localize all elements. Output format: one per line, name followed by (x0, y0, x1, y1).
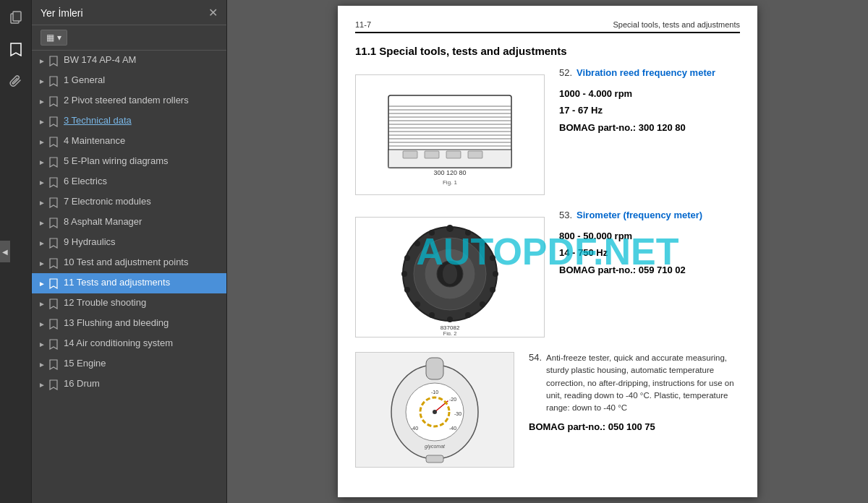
expand-btn-11tests[interactable]: ► (36, 278, 48, 289)
attachment-toolbar-icon[interactable] (4, 69, 27, 93)
section-title: 11.1 Special tools, tests and adjustment… (355, 45, 740, 57)
bookmark-icon-5eplan (48, 156, 59, 168)
svg-rect-16 (403, 151, 417, 158)
expand-btn-8asphalt[interactable]: ► (36, 217, 48, 228)
item-label-3technical: 3 Technical data (64, 115, 221, 127)
page-number: 11-7 (355, 20, 371, 29)
bookmark-icon-3technical (48, 116, 59, 127)
sidebar-title: Yer İmleri (41, 7, 83, 19)
sidebar-item-1general[interactable]: ►1 General (32, 71, 226, 91)
svg-point-26 (465, 230, 471, 236)
svg-point-38 (404, 255, 410, 261)
svg-point-54 (433, 410, 437, 414)
expand-btn-14air[interactable]: ► (36, 338, 48, 350)
item-54-desc: Anti-freeze tester, quick and accurate m… (546, 352, 740, 414)
item-54-number: 54. (529, 352, 542, 363)
sidebar-collapse-button[interactable]: ◀ (0, 241, 10, 262)
item-52-link[interactable]: Vibration reed frequency meter (576, 67, 715, 78)
expand-btn-10test[interactable]: ► (36, 257, 48, 269)
svg-point-36 (404, 287, 410, 293)
sidebar-item-12trouble[interactable]: ►12 Trouble shooting (32, 293, 226, 314)
expand-btn-5eplan[interactable]: ► (36, 156, 48, 168)
item-52-block: 300 120 80 Fig. 1 52. Vibration reed fre… (355, 67, 740, 202)
bookmark-icon-14air (48, 338, 59, 350)
item-label-1general: 1 General (64, 74, 221, 87)
expand-btn-4maintenance[interactable]: ► (36, 136, 48, 147)
expand-btn-16drum[interactable]: ► (36, 379, 48, 390)
sidebar-item-9hydraulics[interactable]: ►9 Hydraulics (32, 233, 226, 253)
device-1-svg: 300 120 80 Fig. 1 (367, 81, 533, 189)
sidebar-list[interactable]: ►BW 174 AP-4 AM►1 General►2 Pivot steere… (32, 51, 226, 503)
item-label-10test: 10 Test and adjustment points (64, 257, 221, 269)
sidebar-close-button[interactable]: ✕ (208, 7, 218, 19)
sidebar-item-16drum[interactable]: ►16 Drum (32, 374, 226, 395)
sidebar-item-10test[interactable]: ►10 Test and adjustment points (32, 253, 226, 273)
sidebar-item-5eplan[interactable]: ►5 E-Plan wiring diagrams (32, 152, 226, 172)
device-2-svg: 837082 Fig. 2 (367, 220, 533, 335)
bookmark-icon-13flushing (48, 318, 59, 330)
sidebar-item-15engine[interactable]: ►15 Engine (32, 354, 226, 374)
sidebar-item-6electrics[interactable]: ►6 Electrics (32, 172, 226, 192)
bookmark-icon-1general (48, 75, 59, 87)
expand-btn-1general[interactable]: ► (36, 75, 48, 87)
bookmark-icon-7electronic (48, 197, 59, 208)
sidebar-item-3technical[interactable]: ►3 Technical data (32, 111, 226, 132)
item-52-spec-2: 17 - 67 Hz (559, 102, 740, 119)
expand-btn-3technical[interactable]: ► (36, 116, 48, 127)
item-53-figure: 837082 Fig. 2 (355, 210, 545, 345)
svg-point-31 (480, 301, 485, 307)
bookmark-toolbar-icon[interactable] (4, 38, 27, 61)
item-53-text: 53. Sirometer (frequency meter) 800 - 50… (559, 210, 740, 291)
bookmark-icon-4maintenance (48, 136, 59, 147)
sidebar-item-14air[interactable]: ►14 Air conditioning system (32, 334, 226, 354)
bookmark-icon-11tests (48, 278, 59, 289)
item-54-section: -10 -20 -30 -40 -40 glyco (355, 352, 740, 468)
svg-point-39 (414, 241, 420, 246)
sidebar-item-7electronic[interactable]: ►7 Electronic modules (32, 192, 226, 212)
sidebar-item-11tests[interactable]: ►11 Tests and adjustments (32, 273, 226, 293)
expand-btn-2pivot[interactable]: ► (36, 95, 48, 107)
page-panel: 11-7 Special tools, tests and adjustment… (338, 6, 757, 497)
bookmark-icon-bw174 (48, 55, 59, 66)
svg-point-34 (429, 312, 435, 318)
expand-btn-9hydraulics[interactable]: ► (36, 237, 48, 249)
expand-btn-6electrics[interactable]: ► (36, 176, 48, 188)
figure-1-box: 300 120 80 Fig. 1 (355, 74, 545, 195)
item-53-block: 837082 Fig. 2 53. Sirometer (frequency m… (355, 210, 740, 345)
copy-toolbar-icon[interactable] (4, 6, 27, 29)
grid-icon: ▦ (46, 33, 54, 43)
sidebar-item-bw174[interactable]: ►BW 174 AP-4 AM (32, 51, 226, 71)
bookmark-icon-12trouble (48, 298, 59, 309)
page-header: 11-7 Special tools, tests and adjustment… (355, 20, 740, 33)
item-53-link[interactable]: Sirometer (frequency meter) (576, 210, 702, 220)
item-label-13flushing: 13 Flushing and bleeding (64, 317, 221, 330)
item-54-figure: -10 -20 -30 -40 -40 glyco (355, 352, 514, 468)
bookmark-icon-9hydraulics (48, 237, 59, 249)
expand-btn-13flushing[interactable]: ► (36, 318, 48, 330)
item-53-spec-2: 14 - 750 Hz (559, 244, 740, 261)
sidebar: Yer İmleri ✕ ▦ ▾ ►BW 174 AP-4 AM►1 Gener… (32, 0, 227, 503)
svg-rect-1 (13, 12, 21, 21)
sidebar-item-13flushing[interactable]: ►13 Flushing and bleeding (32, 314, 226, 334)
sidebar-item-2pivot[interactable]: ►2 Pivot steered tandem rollers (32, 91, 226, 111)
item-52-number: 52. (559, 67, 572, 78)
sidebar-item-8asphalt[interactable]: ►8 Asphalt Manager (32, 212, 226, 233)
svg-text:Fig. 2: Fig. 2 (443, 330, 457, 335)
sidebar-header: Yer İmleri ✕ (32, 0, 226, 25)
sidebar-item-4maintenance[interactable]: ►4 Maintenance (32, 132, 226, 152)
expand-btn-15engine[interactable]: ► (36, 358, 48, 370)
item-label-bw174: BW 174 AP-4 AM (64, 54, 221, 66)
bookmark-icon-10test (48, 257, 59, 269)
svg-text:glycomat: glycomat (425, 444, 446, 450)
item-52-content: 52. Vibration reed frequency meter 1000 … (559, 67, 740, 136)
expand-btn-7electronic[interactable]: ► (36, 197, 48, 208)
svg-rect-46 (426, 358, 443, 379)
item-54-spec: BOMAG part-no.: 050 100 75 (529, 418, 740, 435)
antifreeze-svg: -10 -20 -30 -40 -40 glyco (362, 354, 507, 466)
svg-point-32 (465, 312, 471, 318)
svg-point-25 (446, 225, 454, 232)
expand-btn-12trouble[interactable]: ► (36, 298, 48, 309)
view-mode-button[interactable]: ▦ ▾ (41, 30, 67, 46)
bookmark-icon-15engine (48, 358, 59, 370)
expand-btn-bw174[interactable]: ► (36, 55, 48, 66)
